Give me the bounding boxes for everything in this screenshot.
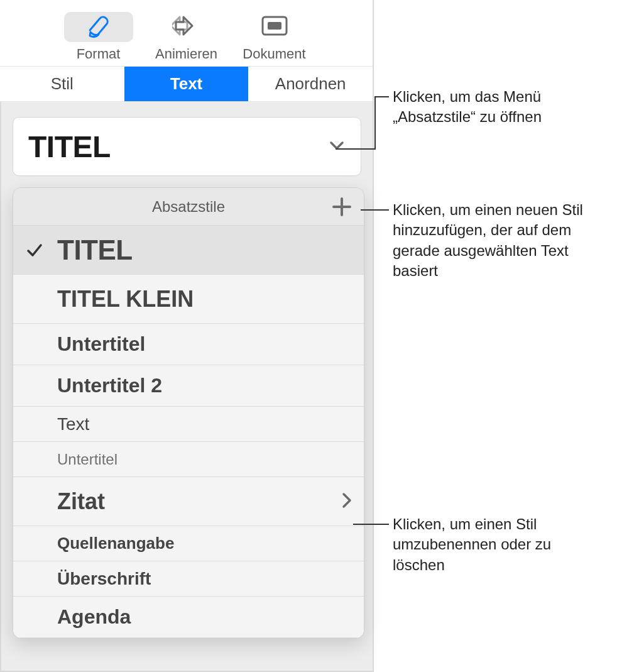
checkmark-icon	[26, 241, 43, 259]
style-label: TITEL KLEIN	[57, 286, 352, 312]
paragraph-style-selector[interactable]: TITEL	[13, 117, 361, 176]
style-row[interactable]: Text	[13, 407, 364, 442]
document-label: Dokument	[243, 46, 305, 62]
style-row[interactable]: TITEL KLEIN	[13, 275, 364, 324]
style-label: Untertitel	[57, 451, 352, 468]
subtab-arrange[interactable]: Anordnen	[248, 67, 373, 101]
style-row[interactable]: Agenda	[13, 597, 364, 638]
subtab-text[interactable]: Text	[124, 67, 249, 101]
current-style-label: TITEL	[28, 129, 111, 164]
style-row[interactable]: Quellenangabe	[13, 526, 364, 561]
animate-tab[interactable]: Animieren	[146, 12, 227, 62]
toolbar: Format Animieren	[0, 0, 373, 67]
subtab-style[interactable]: Stil	[0, 67, 124, 101]
style-row[interactable]: Überschrift	[13, 561, 364, 597]
animate-icon	[172, 13, 201, 41]
document-tab[interactable]: Dokument	[234, 12, 315, 62]
style-row[interactable]: Untertitel 2	[13, 365, 364, 407]
chevron-right-icon[interactable]	[341, 492, 352, 512]
style-label: TITEL	[57, 234, 352, 266]
style-row[interactable]: TITEL	[13, 226, 364, 275]
popover-title: Absatzstile	[152, 198, 225, 216]
subtab-arrange-label: Anordnen	[275, 74, 346, 94]
animate-label: Animieren	[155, 46, 217, 62]
style-list: TITELTITEL KLEINUntertitelUntertitel 2Te…	[13, 226, 364, 638]
style-label: Untertitel 2	[57, 374, 352, 397]
style-label: Text	[57, 414, 352, 434]
popover-header: Absatzstile	[13, 188, 364, 226]
format-label: Format	[77, 46, 121, 62]
callout-add-style: Klicken, um einen neuen Stil hinzuzufüge…	[393, 200, 613, 282]
style-label: Überschrift	[57, 569, 352, 589]
style-label: Untertitel	[57, 333, 352, 356]
chevron-down-icon	[328, 136, 346, 157]
style-label: Agenda	[57, 605, 352, 629]
callout-open-menu: Klicken, um das Menü „Absatzstile“ zu öf…	[393, 87, 600, 128]
format-icon	[86, 13, 111, 41]
callout-rename-delete: Klicken, um einen Stil umzubenennen oder…	[393, 514, 594, 575]
paragraph-styles-popover: Absatzstile TITELTITEL KLEINUntertitelUn…	[13, 187, 364, 639]
inspector-panel: Format Animieren	[0, 0, 374, 672]
style-label: Zitat	[57, 488, 341, 515]
style-row[interactable]: Untertitel	[13, 442, 364, 477]
svg-rect-1	[268, 22, 281, 30]
subtabs: Stil Text Anordnen	[0, 67, 373, 102]
document-icon	[260, 14, 289, 40]
style-row[interactable]: Untertitel	[13, 324, 364, 365]
style-label: Quellenangabe	[57, 534, 352, 553]
add-style-button[interactable]	[331, 196, 352, 218]
style-row[interactable]: Zitat	[13, 477, 364, 526]
checkmark-slot	[26, 241, 57, 259]
subtab-style-label: Stil	[51, 74, 74, 94]
format-tab[interactable]: Format	[58, 12, 139, 62]
subtab-text-label: Text	[170, 74, 203, 94]
